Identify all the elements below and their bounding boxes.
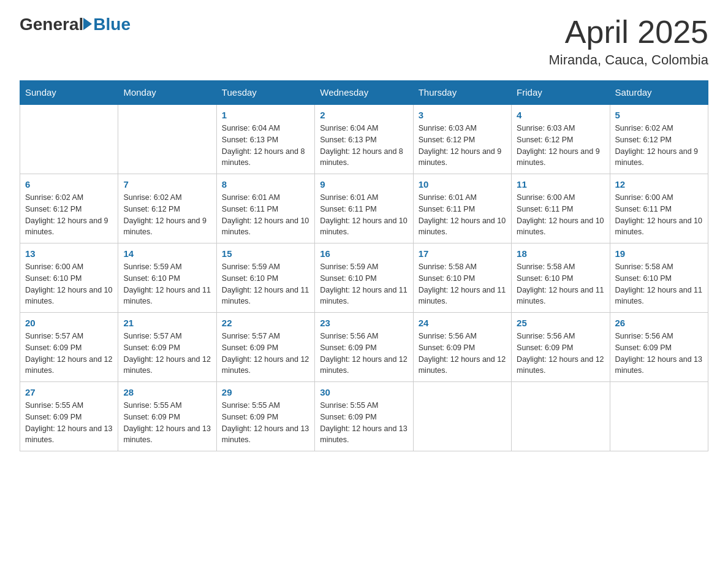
day-info: Sunrise: 5:58 AMSunset: 6:10 PMDaylight:… (419, 261, 506, 307)
calendar-cell: 3Sunrise: 6:03 AMSunset: 6:12 PMDaylight… (413, 104, 511, 174)
day-info: Sunrise: 5:56 AMSunset: 6:09 PMDaylight:… (419, 331, 506, 377)
day-info: Sunrise: 6:01 AMSunset: 6:11 PMDaylight:… (320, 192, 408, 238)
day-info: Sunrise: 5:55 AMSunset: 6:09 PMDaylight:… (320, 400, 408, 446)
calendar-cell (118, 104, 216, 174)
calendar-cell: 27Sunrise: 5:55 AMSunset: 6:09 PMDayligh… (20, 382, 118, 451)
day-number: 3 (419, 110, 506, 120)
day-number: 16 (320, 248, 408, 259)
day-info: Sunrise: 5:56 AMSunset: 6:09 PMDaylight:… (320, 331, 408, 377)
header-thursday: Thursday (413, 81, 511, 105)
day-info: Sunrise: 5:57 AMSunset: 6:09 PMDaylight:… (123, 331, 211, 377)
header-monday: Monday (118, 81, 216, 105)
header-friday: Friday (512, 81, 610, 105)
calendar-cell (610, 382, 708, 451)
day-number: 6 (25, 179, 113, 190)
week-row-3: 20Sunrise: 5:57 AMSunset: 6:09 PMDayligh… (20, 313, 708, 382)
day-info: Sunrise: 5:56 AMSunset: 6:09 PMDaylight:… (517, 331, 604, 377)
calendar-cell (512, 382, 610, 451)
day-info: Sunrise: 5:55 AMSunset: 6:09 PMDaylight:… (25, 400, 113, 446)
day-number: 13 (25, 248, 113, 259)
day-number: 20 (25, 318, 113, 328)
day-info: Sunrise: 6:02 AMSunset: 6:12 PMDaylight:… (123, 192, 211, 238)
header: General Blue April 2025 Miranda, Cauca, … (20, 15, 708, 68)
day-number: 9 (320, 179, 408, 190)
day-info: Sunrise: 5:55 AMSunset: 6:09 PMDaylight:… (222, 400, 309, 446)
logo-blue-text: Blue (93, 15, 131, 34)
calendar-cell: 11Sunrise: 6:00 AMSunset: 6:11 PMDayligh… (512, 174, 610, 243)
day-info: Sunrise: 6:03 AMSunset: 6:12 PMDaylight:… (419, 123, 506, 169)
day-number: 27 (25, 387, 113, 397)
logo-general-text: General (20, 15, 83, 34)
calendar-cell: 8Sunrise: 6:01 AMSunset: 6:11 PMDaylight… (216, 174, 314, 243)
calendar-cell: 14Sunrise: 5:59 AMSunset: 6:10 PMDayligh… (118, 243, 216, 313)
day-number: 26 (615, 318, 703, 328)
day-info: Sunrise: 5:55 AMSunset: 6:09 PMDaylight:… (123, 400, 211, 446)
day-info: Sunrise: 5:58 AMSunset: 6:10 PMDaylight:… (517, 261, 604, 307)
day-info: Sunrise: 5:59 AMSunset: 6:10 PMDaylight:… (320, 261, 408, 307)
day-number: 18 (517, 248, 604, 259)
calendar-cell: 20Sunrise: 5:57 AMSunset: 6:09 PMDayligh… (20, 313, 118, 382)
day-info: Sunrise: 6:04 AMSunset: 6:13 PMDaylight:… (222, 123, 309, 169)
day-number: 24 (419, 318, 506, 328)
calendar-subtitle: Miranda, Cauca, Colombia (549, 52, 708, 68)
day-number: 10 (419, 179, 506, 190)
calendar-cell: 9Sunrise: 6:01 AMSunset: 6:11 PMDaylight… (315, 174, 413, 243)
calendar-cell: 30Sunrise: 5:55 AMSunset: 6:09 PMDayligh… (315, 382, 413, 451)
calendar-cell: 21Sunrise: 5:57 AMSunset: 6:09 PMDayligh… (118, 313, 216, 382)
calendar-cell: 25Sunrise: 5:56 AMSunset: 6:09 PMDayligh… (512, 313, 610, 382)
calendar-cell: 4Sunrise: 6:03 AMSunset: 6:12 PMDaylight… (512, 104, 610, 174)
logo-blue-part: Blue (83, 15, 131, 34)
day-number: 19 (615, 248, 703, 259)
calendar-cell: 24Sunrise: 5:56 AMSunset: 6:09 PMDayligh… (413, 313, 511, 382)
day-number: 25 (517, 318, 604, 328)
title-area: April 2025 Miranda, Cauca, Colombia (549, 15, 708, 68)
day-info: Sunrise: 6:00 AMSunset: 6:10 PMDaylight:… (25, 261, 113, 307)
calendar-cell (20, 104, 118, 174)
calendar-cell: 1Sunrise: 6:04 AMSunset: 6:13 PMDaylight… (216, 104, 314, 174)
day-info: Sunrise: 6:00 AMSunset: 6:11 PMDaylight:… (615, 192, 703, 238)
week-row-4: 27Sunrise: 5:55 AMSunset: 6:09 PMDayligh… (20, 382, 708, 451)
header-tuesday: Tuesday (216, 81, 314, 105)
day-number: 23 (320, 318, 408, 328)
day-number: 2 (320, 110, 408, 120)
calendar-cell: 19Sunrise: 5:58 AMSunset: 6:10 PMDayligh… (610, 243, 708, 313)
calendar-cell: 12Sunrise: 6:00 AMSunset: 6:11 PMDayligh… (610, 174, 708, 243)
calendar-cell: 22Sunrise: 5:57 AMSunset: 6:09 PMDayligh… (216, 313, 314, 382)
header-sunday: Sunday (20, 81, 118, 105)
calendar-cell: 17Sunrise: 5:58 AMSunset: 6:10 PMDayligh… (413, 243, 511, 313)
logo-arrow-icon (83, 18, 92, 30)
day-number: 1 (222, 110, 309, 120)
calendar-cell: 5Sunrise: 6:02 AMSunset: 6:12 PMDaylight… (610, 104, 708, 174)
day-info: Sunrise: 6:01 AMSunset: 6:11 PMDaylight:… (419, 192, 506, 238)
day-info: Sunrise: 6:04 AMSunset: 6:13 PMDaylight:… (320, 123, 408, 169)
logo: General Blue (20, 15, 131, 34)
calendar-table: SundayMondayTuesdayWednesdayThursdayFrid… (20, 80, 708, 451)
header-saturday: Saturday (610, 81, 708, 105)
calendar-cell: 18Sunrise: 5:58 AMSunset: 6:10 PMDayligh… (512, 243, 610, 313)
day-info: Sunrise: 5:57 AMSunset: 6:09 PMDaylight:… (25, 331, 113, 377)
day-number: 30 (320, 387, 408, 397)
day-number: 22 (222, 318, 309, 328)
day-number: 29 (222, 387, 309, 397)
day-number: 7 (123, 179, 211, 190)
day-info: Sunrise: 5:59 AMSunset: 6:10 PMDaylight:… (222, 261, 309, 307)
day-number: 28 (123, 387, 211, 397)
day-info: Sunrise: 5:56 AMSunset: 6:09 PMDaylight:… (615, 331, 703, 377)
day-number: 15 (222, 248, 309, 259)
calendar-cell: 28Sunrise: 5:55 AMSunset: 6:09 PMDayligh… (118, 382, 216, 451)
calendar-header-row: SundayMondayTuesdayWednesdayThursdayFrid… (20, 81, 708, 105)
calendar-title: April 2025 (549, 15, 708, 50)
calendar-cell: 10Sunrise: 6:01 AMSunset: 6:11 PMDayligh… (413, 174, 511, 243)
week-row-0: 1Sunrise: 6:04 AMSunset: 6:13 PMDaylight… (20, 104, 708, 174)
calendar-cell: 29Sunrise: 5:55 AMSunset: 6:09 PMDayligh… (216, 382, 314, 451)
calendar-cell: 13Sunrise: 6:00 AMSunset: 6:10 PMDayligh… (20, 243, 118, 313)
day-number: 8 (222, 179, 309, 190)
week-row-2: 13Sunrise: 6:00 AMSunset: 6:10 PMDayligh… (20, 243, 708, 313)
calendar-cell: 23Sunrise: 5:56 AMSunset: 6:09 PMDayligh… (315, 313, 413, 382)
calendar-cell: 6Sunrise: 6:02 AMSunset: 6:12 PMDaylight… (20, 174, 118, 243)
day-number: 5 (615, 110, 703, 120)
day-number: 21 (123, 318, 211, 328)
day-info: Sunrise: 6:02 AMSunset: 6:12 PMDaylight:… (615, 123, 703, 169)
day-info: Sunrise: 6:00 AMSunset: 6:11 PMDaylight:… (517, 192, 604, 238)
week-row-1: 6Sunrise: 6:02 AMSunset: 6:12 PMDaylight… (20, 174, 708, 243)
